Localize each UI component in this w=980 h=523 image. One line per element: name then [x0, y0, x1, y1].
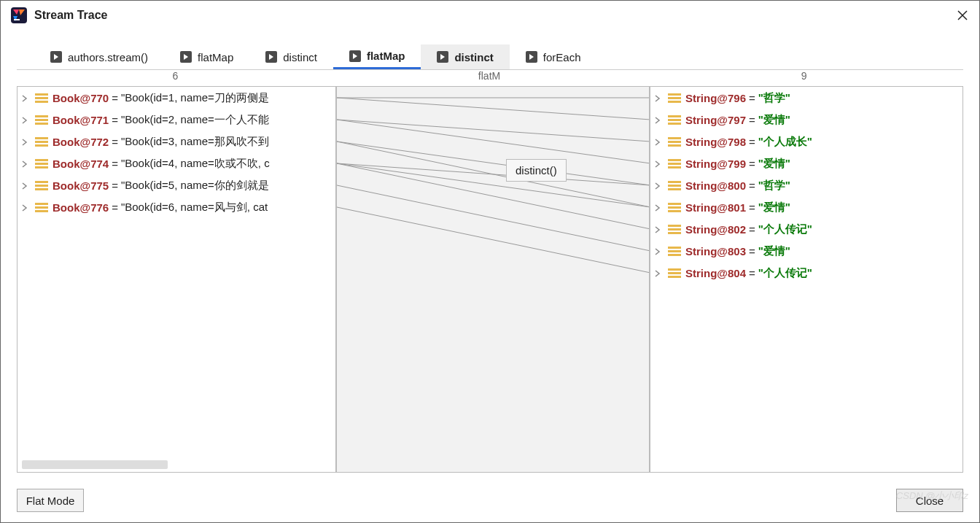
svg-rect-4	[35, 101, 48, 103]
list-item[interactable]: String@800 = "哲学"	[650, 174, 962, 196]
object-icon	[35, 115, 48, 125]
intellij-icon	[11, 7, 27, 23]
svg-rect-52	[668, 247, 681, 249]
svg-rect-39	[668, 144, 681, 147]
svg-rect-38	[668, 141, 681, 143]
list-item[interactable]: String@796 = "哲学"	[650, 87, 962, 109]
svg-line-26	[337, 163, 649, 185]
horizontal-scrollbar[interactable]	[22, 460, 168, 469]
chevron-right-icon[interactable]	[655, 92, 664, 104]
svg-rect-57	[668, 276, 681, 278]
left-pane[interactable]: Book@770 = "Book(id=1, name=刀的两侧是Book@77…	[17, 86, 336, 473]
tab-chevron-icon	[180, 51, 192, 63]
svg-line-30	[337, 207, 649, 273]
list-item[interactable]: Book@774 = "Book(id=4, name=吹或不吹, c	[18, 152, 335, 174]
svg-rect-3	[35, 97, 48, 99]
svg-rect-10	[35, 144, 48, 147]
svg-rect-14	[35, 181, 48, 183]
list-item[interactable]: Book@771 = "Book(id=2, name=一个人不能	[18, 109, 335, 131]
chevron-right-icon[interactable]	[655, 267, 664, 279]
tooltip: distinct()	[506, 159, 567, 182]
tab-chevron-icon	[50, 51, 62, 63]
chevron-right-icon[interactable]	[655, 158, 664, 170]
list-item[interactable]: Book@776 = "Book(id=6, name=风与剑, cat	[18, 196, 335, 218]
tab-flatmap[interactable]: flatMap	[164, 44, 249, 69]
chevron-right-icon[interactable]	[655, 179, 664, 192]
svg-rect-42	[668, 166, 681, 168]
right-pane[interactable]: String@796 = "哲学"String@797 = "爱情"String…	[650, 86, 963, 473]
svg-rect-56	[668, 272, 681, 274]
object-icon	[668, 202, 681, 212]
chevron-right-icon[interactable]	[655, 201, 664, 214]
svg-rect-40	[668, 159, 681, 161]
watermark: CSDN @小小印z	[896, 489, 968, 503]
svg-rect-47	[668, 206, 681, 209]
object-icon	[35, 180, 48, 190]
svg-rect-51	[668, 232, 681, 234]
svg-rect-55	[668, 268, 681, 271]
flat-mode-button[interactable]: Flat Mode	[17, 489, 84, 512]
list-item[interactable]: Book@772 = "Book(id=3, name=那风吹不到	[18, 131, 335, 152]
svg-rect-17	[35, 203, 48, 205]
titlebar: Stream Trace	[1, 1, 979, 31]
svg-rect-5	[35, 115, 48, 117]
svg-rect-2	[35, 93, 48, 96]
object-icon	[35, 202, 48, 212]
svg-rect-31	[668, 93, 681, 96]
svg-rect-50	[668, 228, 681, 230]
chevron-right-icon[interactable]	[655, 114, 664, 126]
close-icon[interactable]	[956, 9, 969, 22]
svg-line-22	[337, 120, 649, 142]
window-title: Stream Trace	[34, 9, 956, 22]
object-icon	[668, 246, 681, 256]
chevron-right-icon[interactable]	[22, 158, 31, 170]
svg-line-21	[337, 98, 649, 120]
svg-rect-15	[35, 185, 48, 187]
tab-bar: authors.stream()flatMapdistinctflatMapdi…	[17, 31, 963, 71]
svg-rect-48	[668, 210, 681, 212]
chevron-right-icon[interactable]	[22, 92, 31, 104]
svg-rect-7	[35, 123, 48, 125]
list-item[interactable]: String@798 = "个人成长"	[650, 131, 962, 152]
svg-rect-35	[668, 119, 681, 121]
svg-line-25	[337, 142, 649, 207]
tab-chevron-icon	[349, 50, 361, 62]
object-icon	[668, 158, 681, 168]
list-item[interactable]: Book@770 = "Book(id=1, name=刀的两侧是	[18, 87, 335, 109]
chevron-right-icon[interactable]	[655, 245, 664, 257]
tab-distinct[interactable]: distinct	[421, 44, 509, 69]
chevron-right-icon[interactable]	[22, 179, 31, 192]
chevron-right-icon[interactable]	[655, 136, 664, 148]
svg-line-28	[337, 163, 649, 229]
list-item[interactable]: Book@775 = "Book(id=5, name=你的剑就是	[18, 174, 335, 196]
svg-rect-12	[35, 163, 48, 165]
list-item[interactable]: String@801 = "爱情"	[650, 196, 962, 218]
object-icon	[35, 158, 48, 168]
list-item[interactable]: String@803 = "爱情"	[650, 240, 962, 262]
right-count: 9	[645, 70, 963, 86]
connector-pane	[336, 86, 650, 473]
chevron-right-icon[interactable]	[655, 223, 664, 236]
svg-line-29	[337, 185, 649, 251]
list-item[interactable]: String@802 = "个人传记"	[650, 218, 962, 240]
svg-rect-54	[668, 254, 681, 256]
svg-rect-49	[668, 225, 681, 227]
list-item[interactable]: String@797 = "爱情"	[650, 109, 962, 131]
svg-rect-53	[668, 250, 681, 252]
chevron-right-icon[interactable]	[22, 201, 31, 214]
object-icon	[668, 136, 681, 147]
column-headers: 6 flatM 9	[1, 70, 979, 86]
svg-rect-46	[668, 203, 681, 205]
svg-rect-32	[668, 97, 681, 99]
svg-rect-36	[668, 123, 681, 125]
tab-authorsstream[interactable]: authors.stream()	[34, 44, 164, 69]
chevron-right-icon[interactable]	[22, 136, 31, 148]
tab-flatmap[interactable]: flatMap	[333, 44, 421, 69]
list-item[interactable]: String@799 = "爱情"	[650, 152, 962, 174]
object-icon	[668, 93, 681, 103]
tab-distinct[interactable]: distinct	[249, 44, 333, 69]
chevron-right-icon[interactable]	[22, 114, 31, 126]
object-icon	[668, 180, 681, 190]
list-item[interactable]: String@804 = "个人传记"	[650, 262, 962, 284]
tab-foreach[interactable]: forEach	[510, 44, 597, 69]
